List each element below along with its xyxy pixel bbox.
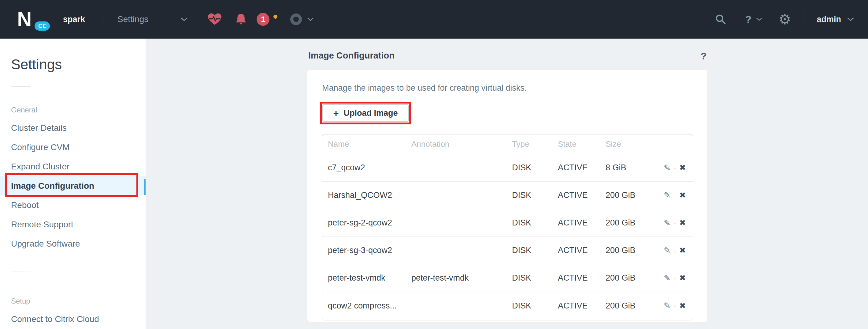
table-row[interactable]: peter-test-vmdk peter-test-vmdk DISK ACT… — [322, 264, 693, 292]
dot-separator-icon: · — [674, 219, 676, 227]
sidebar-item-expand-cluster[interactable]: Expand Cluster — [0, 157, 146, 176]
search-icon[interactable] — [714, 13, 727, 25]
alert-dot-icon — [273, 15, 277, 19]
images-table: NameAnnotationTypeStateSize c7_qcow2 DIS… — [322, 134, 693, 321]
edit-pencil-icon[interactable]: ✎ — [664, 218, 671, 228]
topbar-divider — [197, 12, 197, 26]
nutanix-logo[interactable]: N CE — [17, 7, 51, 32]
dot-separator-icon: · — [674, 164, 676, 172]
sidebar-section: General Cluster DetailsConfigure CVMExpa… — [0, 86, 146, 253]
cell-type: DISK — [512, 191, 558, 200]
cell-state: ACTIVE — [558, 163, 606, 172]
image-configuration-card: Manage the images to be used for creatin… — [307, 70, 707, 322]
upload-image-button[interactable]: + Upload Image — [322, 104, 409, 122]
row-actions: ✎ · ✖ — [664, 301, 693, 311]
topbar-divider — [804, 12, 804, 26]
section-label: General — [11, 105, 146, 115]
sidebar-title: Settings — [11, 56, 146, 72]
sidebar-item-image-configuration[interactable]: Image Configuration — [0, 176, 146, 195]
row-actions: ✎ · ✖ — [664, 246, 693, 255]
column-header-state: State — [558, 139, 606, 149]
page-help-icon[interactable]: ? — [701, 51, 707, 62]
alerts-bell-icon[interactable] — [234, 12, 248, 26]
nav-dropdown-label[interactable]: Settings — [118, 15, 148, 24]
edit-pencil-icon[interactable]: ✎ — [664, 246, 671, 255]
health-icon[interactable] — [207, 12, 222, 26]
chevron-down-icon[interactable] — [756, 17, 763, 22]
user-menu[interactable]: admin — [817, 15, 841, 24]
upload-image-label: Upload Image — [344, 108, 398, 118]
cell-name: qcow2 compress... — [322, 301, 411, 311]
card-description: Manage the images to be used for creatin… — [322, 83, 527, 93]
table-row[interactable]: peter-sg-2-qcow2 DISK ACTIVE 200 GiB ✎ ·… — [322, 209, 693, 237]
table-row[interactable]: Harshal_QCOW2 DISK ACTIVE 200 GiB ✎ · ✖ — [322, 182, 693, 209]
progress-ring-icon[interactable] — [290, 13, 302, 25]
cell-type: DISK — [512, 301, 558, 311]
delete-x-icon[interactable]: ✖ — [679, 191, 686, 200]
cell-name: Harshal_QCOW2 — [322, 191, 411, 200]
column-header-name: Name — [322, 139, 411, 149]
section-divider — [11, 271, 31, 271]
row-actions: ✎ · ✖ — [664, 273, 693, 283]
section-items: Connect to Citrix Cloud — [0, 309, 146, 329]
ce-badge: CE — [33, 20, 51, 32]
column-header-annotation: Annotation — [411, 139, 512, 149]
table-row[interactable]: peter-sg-3-qcow2 DISK ACTIVE 200 GiB ✎ ·… — [322, 237, 693, 264]
cell-type: DISK — [512, 218, 558, 228]
sidebar-item-upgrade-software[interactable]: Upgrade Software — [0, 234, 146, 253]
delete-x-icon[interactable]: ✖ — [679, 163, 686, 172]
cell-state: ACTIVE — [558, 218, 606, 228]
edit-pencil-icon[interactable]: ✎ — [664, 273, 671, 283]
section-items: Cluster DetailsConfigure CVMExpand Clust… — [0, 118, 146, 253]
chevron-down-icon[interactable] — [846, 17, 855, 22]
delete-x-icon[interactable]: ✖ — [679, 301, 686, 311]
column-header-type: Type — [512, 139, 558, 149]
cell-state: ACTIVE — [558, 273, 606, 283]
cell-size: 200 GiB — [606, 218, 664, 228]
row-actions: ✎ · ✖ — [664, 163, 693, 173]
sidebar-item-configure-cvm[interactable]: Configure CVM — [0, 138, 146, 157]
sidebar-section: Setup Connect to Citrix Cloud — [0, 271, 146, 329]
event-count-badge[interactable]: 1 — [257, 13, 270, 26]
cell-size: 200 GiB — [606, 246, 664, 255]
delete-x-icon[interactable]: ✖ — [679, 273, 686, 283]
table-row[interactable]: qcow2 compress... DISK ACTIVE 200 GiB ✎ … — [322, 292, 693, 320]
cell-type: DISK — [512, 246, 558, 255]
cell-state: ACTIVE — [558, 191, 606, 200]
sidebar-item-cluster-details[interactable]: Cluster Details — [0, 118, 146, 138]
gear-icon[interactable]: ⚙ — [778, 12, 791, 26]
page-title: Image Configuration — [308, 51, 395, 61]
chevron-down-icon[interactable] — [180, 17, 188, 22]
edit-pencil-icon[interactable]: ✎ — [664, 191, 671, 200]
cell-state: ACTIVE — [558, 301, 606, 311]
edit-pencil-icon[interactable]: ✎ — [664, 301, 671, 311]
topbar: N CE spark Settings 1 ? ⚙ admin — [0, 0, 868, 38]
row-actions: ✎ · ✖ — [664, 191, 693, 200]
cell-size: 200 GiB — [606, 191, 664, 200]
cell-size: 200 GiB — [606, 273, 664, 283]
edit-pencil-icon[interactable]: ✎ — [664, 163, 671, 173]
cell-name: peter-test-vmdk — [322, 273, 411, 283]
sidebar-item-reboot[interactable]: Reboot — [0, 195, 146, 215]
plus-icon: + — [333, 108, 339, 118]
cell-size: 200 GiB — [606, 301, 664, 311]
dot-separator-icon: · — [674, 191, 676, 200]
delete-x-icon[interactable]: ✖ — [679, 246, 686, 255]
sidebar-item-remote-support[interactable]: Remote Support — [0, 215, 146, 234]
table-header-row: NameAnnotationTypeStateSize — [322, 135, 693, 154]
chevron-down-icon[interactable] — [307, 17, 314, 22]
delete-x-icon[interactable]: ✖ — [679, 218, 686, 228]
help-icon[interactable]: ? — [745, 13, 751, 25]
sidebar-sections: General Cluster DetailsConfigure CVMExpa… — [0, 86, 146, 329]
cluster-name[interactable]: spark — [63, 15, 85, 24]
table-row[interactable]: c7_qcow2 DISK ACTIVE 8 GiB ✎ · ✖ — [322, 154, 693, 182]
row-actions: ✎ · ✖ — [664, 218, 693, 228]
cell-state: ACTIVE — [558, 246, 606, 255]
dot-separator-icon: · — [674, 274, 676, 282]
cell-name: c7_qcow2 — [322, 163, 411, 172]
settings-sidebar: Settings General Cluster DetailsConfigur… — [0, 38, 146, 329]
section-label: Setup — [11, 297, 146, 306]
sidebar-item-connect-to-citrix-cloud[interactable]: Connect to Citrix Cloud — [0, 309, 146, 329]
dot-separator-icon: · — [674, 246, 676, 255]
cell-annotation: peter-test-vmdk — [411, 273, 512, 283]
